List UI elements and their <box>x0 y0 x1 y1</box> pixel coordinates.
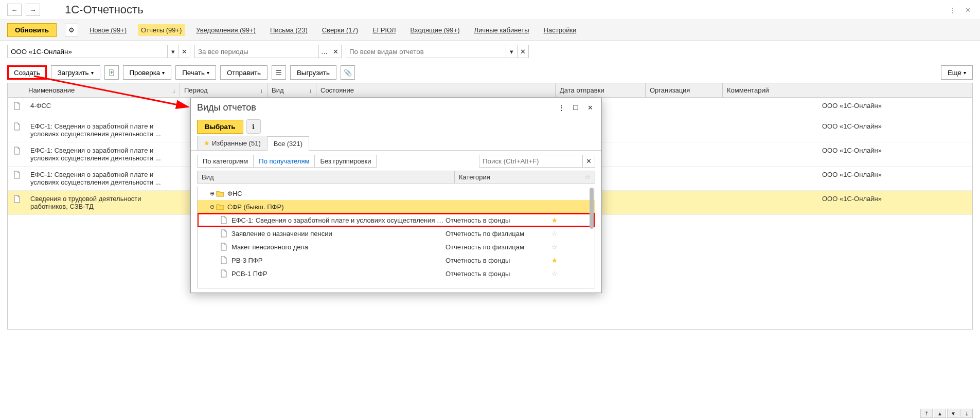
col-comment[interactable]: Комментарий <box>723 83 972 97</box>
period-more-icon[interactable]: … <box>318 45 330 58</box>
more-button[interactable]: Еще▾ <box>941 65 973 80</box>
document-icon <box>8 145 26 155</box>
row-name: Сведения о трудовой деятельности работни… <box>26 194 181 211</box>
scroll-bottom-icon[interactable]: ⤓ <box>960 409 973 418</box>
footer-nav: ⤒ ▲ ▼ ⤓ <box>920 409 973 418</box>
tree-col-vid[interactable]: Вид <box>198 171 455 183</box>
tab-letters[interactable]: Письма (23) <box>267 24 311 36</box>
scroll-top-icon[interactable]: ⤒ <box>920 409 933 418</box>
tree-label: СФР (бывш. ПФР) <box>225 203 593 211</box>
row-name: 4-ФСС <box>26 101 181 111</box>
kebab-icon[interactable]: ⋮ <box>947 5 957 15</box>
info-icon[interactable]: ℹ <box>246 119 261 134</box>
close-icon[interactable]: ✕ <box>963 5 973 15</box>
tab-settings[interactable]: Настройки <box>541 24 580 36</box>
tab-notifications[interactable]: Уведомления (99+) <box>193 24 259 36</box>
search-input[interactable] <box>479 155 582 167</box>
send-button[interactable]: Отправить <box>220 65 268 80</box>
refresh-button[interactable]: Обновить <box>7 23 57 37</box>
export-button[interactable]: Выгрузить <box>290 65 336 80</box>
favorite-star-icon[interactable]: ☆ <box>548 243 561 251</box>
star-outline-icon: ☆ <box>584 173 591 181</box>
tab-reports[interactable]: Отчеты (99+) <box>138 24 185 36</box>
dialog-kebab-icon[interactable]: ⋮ <box>556 103 566 113</box>
tab-incoming[interactable]: Входящие (99+) <box>407 24 463 36</box>
tree-col-cat[interactable]: Категория☆ <box>455 171 595 183</box>
col-name[interactable]: Наименование↓ <box>8 83 180 97</box>
org-dropdown-icon[interactable]: ▾ <box>167 45 179 58</box>
tree-item[interactable]: ЕФС-1: Сведения о заработной плате и усл… <box>198 213 595 227</box>
row-org: ООО «1С-Онлайн» <box>818 194 972 204</box>
header-bar: ← → 1С-Отчетность ⋮ ✕ <box>0 0 980 20</box>
type-clear-icon[interactable]: ✕ <box>517 45 528 58</box>
document-icon <box>8 121 26 131</box>
tab-new[interactable]: Новое (99+) <box>86 24 130 36</box>
dialog-close-icon[interactable]: ✕ <box>585 103 595 113</box>
document-icon <box>220 269 229 278</box>
favorite-star-icon[interactable]: ☆ <box>548 230 561 238</box>
tree-item[interactable]: Макет пенсионного делаОтчетность по физл… <box>198 240 595 253</box>
org-input[interactable] <box>8 45 167 58</box>
tree-item[interactable]: Заявление о назначении пенсииОтчетность … <box>198 227 595 240</box>
col-period[interactable]: Период↓ <box>180 83 268 97</box>
folder-icon <box>216 203 225 210</box>
print-button[interactable]: Печать▾ <box>175 65 216 80</box>
document-icon <box>8 170 26 179</box>
tab-egrul[interactable]: ЕГРЮЛ <box>369 24 399 36</box>
org-clear-icon[interactable]: ✕ <box>179 45 190 58</box>
expand-icon[interactable]: ⊕ <box>208 190 216 197</box>
search-clear-icon[interactable]: ✕ <box>582 155 595 167</box>
tab-favorites[interactable]: ★Избранные (51) <box>197 136 268 150</box>
period-clear-icon[interactable]: ✕ <box>330 45 341 58</box>
load-button[interactable]: Загрузить▾ <box>51 65 100 80</box>
tab-cabinets[interactable]: Личные кабинеты <box>471 24 532 36</box>
period-input[interactable] <box>195 45 318 58</box>
tree-category: Отчетность в фонды <box>446 216 548 224</box>
group-by-recipient[interactable]: По получателям <box>254 155 315 167</box>
col-vid[interactable]: Вид↓ <box>268 83 316 97</box>
tree-item[interactable]: РВ-3 ПФРОтчетность в фонды★ <box>198 253 595 267</box>
tab-all[interactable]: Все (321) <box>267 136 309 151</box>
check-button[interactable]: Проверка▾ <box>123 65 172 80</box>
nav-back-button[interactable]: ← <box>7 4 22 16</box>
tree-category: Отчетность по физлицам <box>446 243 548 251</box>
dialog-maximize-icon[interactable]: ☐ <box>571 103 581 113</box>
group-none[interactable]: Без группировки <box>315 155 376 167</box>
tab-reconciliations[interactable]: Сверки (17) <box>319 24 361 36</box>
favorite-star-icon[interactable]: ☆ <box>548 270 561 278</box>
tree-folder[interactable]: ⊖СФР (бывш. ПФР) <box>198 200 595 213</box>
tree-label: РВ-3 ПФР <box>229 257 446 264</box>
create-button[interactable]: Создать <box>7 65 47 80</box>
type-input[interactable] <box>346 45 506 58</box>
scrollbar-thumb[interactable] <box>590 188 594 229</box>
tree-header: Вид Категория☆ <box>197 171 595 184</box>
reload-from-file-icon[interactable] <box>104 65 119 80</box>
type-combo: ▾ ✕ <box>346 45 529 58</box>
scroll-down-icon[interactable]: ▼ <box>947 409 959 418</box>
type-dropdown-icon[interactable]: ▾ <box>506 45 517 58</box>
tree-folder[interactable]: ⊕ФНС <box>198 187 595 200</box>
row-org: ООО «1С-Онлайн» <box>818 145 972 155</box>
col-state[interactable]: Состояние <box>316 83 556 97</box>
expand-icon[interactable]: ⊖ <box>208 204 216 210</box>
nav-forward-button[interactable]: → <box>26 4 40 16</box>
scroll-up-icon[interactable]: ▲ <box>934 409 946 418</box>
favorite-star-icon[interactable]: ★ <box>548 216 561 224</box>
grouping-buttons: По категориям По получателям Без группир… <box>197 155 377 168</box>
tree-item[interactable]: РСВ-1 ПФРОтчетность в фонды☆ <box>198 267 595 280</box>
col-org[interactable]: Организация <box>646 83 723 97</box>
attachment-icon[interactable]: 📎 <box>341 65 355 80</box>
group-by-category[interactable]: По категориям <box>198 155 254 167</box>
search-box: ✕ <box>479 155 595 168</box>
tree-label: РСВ-1 ПФР <box>229 270 446 278</box>
favorite-star-icon[interactable]: ★ <box>548 257 561 264</box>
table-header: Наименование↓ Период↓ Вид↓ Состояние Дат… <box>8 83 972 98</box>
select-button[interactable]: Выбрать <box>197 120 243 134</box>
gear-button[interactable]: ⚙ <box>65 24 78 37</box>
col-date[interactable]: Дата отправки <box>556 83 646 97</box>
list-icon[interactable]: ☰ <box>272 65 286 80</box>
document-icon <box>220 243 229 251</box>
row-name: ЕФС-1: Сведения о заработной плате и усл… <box>26 121 181 139</box>
tree-category: Отчетность по физлицам <box>446 230 548 238</box>
main-toolbar: Обновить ⚙ Новое (99+) Отчеты (99+) Увед… <box>0 20 980 41</box>
